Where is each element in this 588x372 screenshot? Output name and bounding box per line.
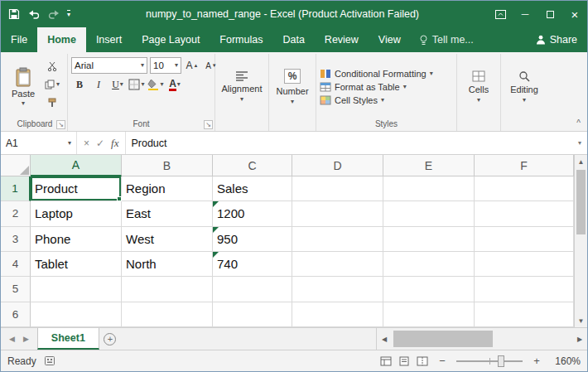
share-button[interactable]: Share xyxy=(526,27,587,52)
scroll-up-icon[interactable]: ▲ xyxy=(575,155,587,168)
cell-C4[interactable]: 740 xyxy=(213,252,292,277)
ribbon-display-options-icon[interactable] xyxy=(488,1,513,27)
horizontal-scroll-thumb[interactable] xyxy=(393,331,493,347)
tab-file[interactable]: File xyxy=(1,27,37,52)
cell-F5[interactable] xyxy=(475,277,574,302)
underline-button[interactable]: U▾ xyxy=(109,76,126,93)
cell-F3[interactable] xyxy=(475,227,574,252)
zoom-slider-thumb[interactable] xyxy=(498,355,504,367)
column-header-C[interactable]: C xyxy=(213,155,292,176)
cell-styles-button[interactable]: Cell Styles ▾ xyxy=(320,95,433,105)
cell-D5[interactable] xyxy=(292,277,383,302)
font-size-combo[interactable]: 10 ▾ xyxy=(150,57,181,74)
sheet-tab-sheet1[interactable]: Sheet1 xyxy=(37,328,99,350)
qat-customize-icon[interactable]: ▾ xyxy=(67,10,70,18)
save-icon[interactable] xyxy=(7,7,21,21)
cell-A2[interactable]: Laptop xyxy=(31,201,122,226)
row-header-6[interactable]: 6 xyxy=(1,302,31,327)
cell-E3[interactable] xyxy=(383,227,475,252)
cell-A6[interactable] xyxy=(31,302,122,327)
row-header-4[interactable]: 4 xyxy=(1,252,31,277)
number-button[interactable]: % Number ▾ xyxy=(272,56,312,118)
cell-F4[interactable] xyxy=(475,252,574,277)
row-header-5[interactable]: 5 xyxy=(1,277,31,302)
cell-A3[interactable]: Phone xyxy=(31,227,122,252)
cell-C3[interactable]: 950 xyxy=(213,227,292,252)
font-name-combo[interactable]: Arial ▾ xyxy=(71,57,147,74)
scroll-left-icon[interactable]: ◀ xyxy=(377,336,392,343)
tell-me-box[interactable]: Tell me... xyxy=(411,27,482,52)
cell-F1[interactable] xyxy=(475,176,574,201)
cell-D1[interactable] xyxy=(292,176,383,201)
zoom-in-button[interactable]: + xyxy=(531,355,542,367)
row-header-2[interactable]: 2 xyxy=(1,201,31,226)
minimize-button[interactable]: ─ xyxy=(513,1,537,27)
macro-record-icon[interactable] xyxy=(45,356,55,365)
cell-B4[interactable]: North xyxy=(122,252,213,277)
formula-input[interactable]: Product xyxy=(126,132,572,154)
cell-F2[interactable] xyxy=(475,201,574,226)
cell-B1[interactable]: Region xyxy=(122,176,213,201)
alignment-button[interactable]: Alignment ▾ xyxy=(219,56,265,118)
tab-home[interactable]: Home xyxy=(37,27,86,52)
bold-button[interactable]: B xyxy=(71,76,88,93)
new-sheet-button[interactable]: + xyxy=(99,328,121,350)
cell-B3[interactable]: West xyxy=(122,227,213,252)
zoom-out-button[interactable]: − xyxy=(436,355,448,367)
maximize-button[interactable] xyxy=(537,1,562,27)
row-header-3[interactable]: 3 xyxy=(1,227,31,252)
italic-button[interactable]: I xyxy=(90,76,107,93)
cell-C1[interactable]: Sales xyxy=(213,176,292,201)
cell-A1[interactable]: Product xyxy=(31,176,122,201)
font-color-button[interactable]: A ▾ xyxy=(166,76,183,93)
cancel-icon[interactable]: × xyxy=(84,138,89,149)
zoom-level[interactable]: 160% xyxy=(551,355,581,367)
cell-C2[interactable]: 1200 xyxy=(213,201,292,226)
conditional-formatting-button[interactable]: Conditional Formatting ▾ xyxy=(320,69,433,79)
vertical-scrollbar[interactable]: ▲ ▼ xyxy=(574,155,587,327)
fill-color-button[interactable]: ▾ xyxy=(147,76,164,93)
vertical-scroll-track[interactable] xyxy=(575,168,587,314)
cell-A5[interactable] xyxy=(31,277,122,302)
column-header-B[interactable]: B xyxy=(122,155,213,176)
cell-E6[interactable] xyxy=(383,302,475,327)
cell-F6[interactable] xyxy=(475,302,574,327)
row-header-1[interactable]: 1 xyxy=(1,176,31,201)
column-header-A[interactable]: A xyxy=(31,155,122,176)
page-break-view-icon[interactable] xyxy=(417,356,428,366)
cell-D3[interactable] xyxy=(292,227,383,252)
copy-button[interactable]: ▾ xyxy=(42,77,62,92)
name-box[interactable]: A1 ▾ xyxy=(1,132,77,154)
editing-button[interactable]: Editing ▾ xyxy=(504,56,544,118)
cell-C6[interactable] xyxy=(213,302,292,327)
cell-E4[interactable] xyxy=(383,252,475,277)
select-all-corner[interactable] xyxy=(1,155,31,176)
column-header-D[interactable]: D xyxy=(292,155,383,176)
collapse-ribbon-icon[interactable]: ^ xyxy=(576,118,581,128)
increase-font-size-button[interactable]: A▲ xyxy=(184,57,200,74)
format-painter-button[interactable] xyxy=(42,95,62,110)
sheet-nav-right-icon[interactable]: ▶ xyxy=(23,335,29,343)
scroll-down-icon[interactable]: ▼ xyxy=(575,314,587,327)
cell-D2[interactable] xyxy=(292,201,383,226)
tab-view[interactable]: View xyxy=(369,27,411,52)
tab-formulas[interactable]: Formulas xyxy=(210,27,272,52)
insert-function-icon[interactable]: fx xyxy=(111,137,118,150)
scroll-right-icon[interactable]: ▶ xyxy=(572,336,587,343)
page-layout-view-icon[interactable] xyxy=(398,356,410,366)
paste-button[interactable]: Paste ▾ xyxy=(6,56,41,118)
cell-E2[interactable] xyxy=(383,201,475,226)
cell-C5[interactable] xyxy=(213,277,292,302)
cells-button[interactable]: Cells ▾ xyxy=(460,56,497,118)
sheet-nav-left-icon[interactable]: ◀ xyxy=(9,335,15,343)
cell-E1[interactable] xyxy=(383,176,475,201)
cell-B2[interactable]: East xyxy=(122,201,213,226)
vertical-scroll-thumb[interactable] xyxy=(576,170,586,234)
cell-D4[interactable] xyxy=(292,252,383,277)
horizontal-scrollbar[interactable]: ◀ ▶ xyxy=(376,328,587,350)
formula-bar-expand-icon[interactable]: ▾ xyxy=(572,132,587,154)
tab-review[interactable]: Review xyxy=(315,27,369,52)
font-dialog-launcher-icon[interactable]: ↘ xyxy=(204,120,213,129)
column-header-E[interactable]: E xyxy=(383,155,475,176)
cell-B6[interactable] xyxy=(122,302,213,327)
